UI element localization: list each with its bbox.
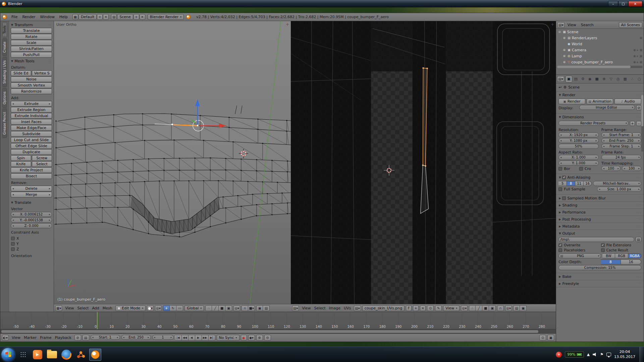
display-lock-button[interactable]: ⊘	[636, 105, 641, 110]
transport-button[interactable]: ◀	[189, 335, 195, 341]
aa-sample-button[interactable]: 8	[567, 181, 575, 186]
uv-display-dropdown[interactable]: View ▾	[443, 305, 460, 311]
aa-sample-button[interactable]: 5	[558, 181, 567, 186]
tool-button[interactable]: Extrude Region	[11, 107, 52, 113]
restrict-toggles[interactable]: ◉ ▸ ▣	[633, 54, 642, 58]
uv-vertex-select-button[interactable]: ∴	[469, 305, 476, 311]
panel-header[interactable]: ▶ Post Processing ∷∷	[558, 216, 641, 222]
properties-tab[interactable]: ▽	[608, 76, 614, 82]
menu-item[interactable]: View	[10, 336, 22, 340]
menu-item[interactable]: File	[9, 14, 20, 20]
show-desktop-button[interactable]	[640, 347, 643, 362]
toolshelf-tab[interactable]: Options	[2, 88, 7, 108]
tool-button[interactable]: Screw	[32, 155, 52, 161]
expander-icon[interactable]: ⊕	[562, 54, 566, 58]
panel-header[interactable]: ▶ Performance ∷∷	[558, 209, 641, 215]
resolution-y-field[interactable]: ◂Y: 1080 px▸	[558, 138, 598, 143]
tool-button[interactable]: Knife Project	[11, 167, 52, 173]
panel-header[interactable]: ▶ Bake ∷∷	[558, 274, 641, 280]
option-checkbox[interactable]: ✓	[558, 243, 562, 247]
lock-time-button[interactable]: ⊘	[74, 335, 81, 341]
network-icon[interactable]	[606, 353, 611, 356]
image-datablock-field[interactable]: coupe_skin_UVs.png	[362, 305, 405, 311]
uv-snap-button[interactable]: ∩	[497, 305, 504, 311]
output-panel-header[interactable]: ▼ Output ∷∷	[558, 230, 641, 236]
tool-button[interactable]: Loop Cut and Slide	[11, 137, 52, 143]
viewport-shading-dropdown[interactable]: ●▾	[147, 305, 154, 311]
axis-checkbox[interactable]	[11, 247, 15, 251]
transport-button[interactable]: ▶	[195, 335, 202, 341]
image-new-button[interactable]: +	[413, 305, 419, 311]
scene-dropdown[interactable]: Scene	[117, 14, 133, 20]
full-sample-checkbox[interactable]	[558, 187, 562, 191]
menu-item[interactable]: Frame	[38, 336, 53, 340]
menu-item[interactable]: Playback	[53, 336, 73, 340]
tool-button[interactable]: Rotate	[11, 34, 52, 40]
end-frame-field[interactable]: ◂End Fram: 250▸	[601, 138, 641, 143]
tool-button[interactable]: Randomize	[11, 88, 52, 94]
rotate-manipulator-button[interactable]: ↻	[170, 305, 176, 311]
frame-step-field[interactable]: ◂Frame Step: 1▸	[601, 144, 641, 149]
properties-scrollbar[interactable]	[641, 95, 643, 152]
option-checkbox[interactable]	[558, 248, 562, 252]
panel-header[interactable]: ▶ Shading ∷∷	[558, 202, 641, 208]
quick-launch-icon[interactable]	[17, 349, 29, 361]
properties-tab[interactable]: ∴	[629, 76, 636, 82]
axis-checkbox[interactable]	[11, 242, 15, 246]
toolshelf-tab[interactable]: Create	[2, 38, 7, 56]
scrollbar-thumb[interactable]	[641, 95, 643, 126]
face-select-button[interactable]: ■	[219, 305, 225, 311]
timeline-scrollbar[interactable]	[0, 329, 556, 334]
snap-element-dropdown[interactable]: ■▾	[248, 305, 255, 311]
expander-icon[interactable]: ⊕	[562, 36, 566, 40]
remove-menu[interactable]: ◂ Merge ▸	[11, 192, 52, 197]
transform-panel-header[interactable]: ▼ Transform ∷∷	[11, 22, 52, 28]
restrict-toggles[interactable]: ▣	[637, 36, 642, 40]
tool-button[interactable]: Slide Ed	[11, 70, 31, 76]
close-button[interactable]: ✕	[628, 1, 642, 7]
timeline-ruler[interactable]: -50-40-30-20-100102030405060708090100110…	[0, 312, 556, 329]
tool-button[interactable]: Push/Pull	[11, 52, 52, 58]
tool-button[interactable]: Spin	[11, 155, 31, 161]
tool-button[interactable]: Offset Edge Slide	[11, 143, 52, 149]
image-browse-dropdown[interactable]: ▤▾	[354, 305, 361, 311]
remove-menu[interactable]: ◂ Delete ▸	[11, 186, 52, 191]
properties-tab[interactable]: ▦	[622, 76, 629, 82]
pivot-dropdown[interactable]: ◎▾	[155, 305, 162, 311]
scrollbar-thumb[interactable]	[557, 66, 631, 68]
remap-new-field[interactable]: ◂100▸	[622, 166, 641, 171]
aa-sample-button[interactable]: 11	[575, 181, 584, 186]
start-frame-field[interactable]: ◂ Start: 1 ▸	[91, 335, 120, 340]
properties-tab[interactable]: ■	[594, 76, 600, 82]
transport-button[interactable]: |◀	[175, 335, 182, 341]
start-button[interactable]	[1, 348, 15, 361]
pin-button[interactable]: ⊙	[539, 335, 546, 341]
outliner-row[interactable]: ⊕ ▽ coupe_bumper_F_aero ◉ ▸ ▣	[556, 59, 644, 65]
uv-pivot-dropdown[interactable]: ◎▾	[461, 305, 468, 311]
outliner-row[interactable]: ⊕ ▤ RenderLayers ▣	[556, 35, 644, 41]
toolshelf-tab[interactable]: Grease Pencil	[2, 109, 7, 138]
menu-item[interactable]: Select	[313, 306, 327, 310]
tool-button[interactable]: Inset Faces	[11, 119, 52, 125]
opengl-render-button[interactable]: ▣	[256, 305, 263, 311]
tool-button[interactable]: Noise	[11, 76, 52, 82]
orientation-dropdown[interactable]: Global ▾	[184, 305, 204, 311]
opengl-anim-button[interactable]: ▤	[263, 305, 270, 311]
axis-checkbox[interactable]	[11, 237, 15, 240]
image-unlink-button[interactable]: ✕	[420, 305, 426, 311]
sampled-motion-blur-header[interactable]: ▶ Sampled Motion Blur ∷∷	[558, 195, 641, 201]
editor-type-button[interactable]: ◐▾	[2, 335, 9, 341]
delete-keyframe-button[interactable]: ⊖	[264, 335, 271, 341]
toolshelf-tab[interactable]: Tools	[2, 22, 7, 37]
expander-icon[interactable]: ⊖	[557, 30, 561, 34]
aa-sample-button[interactable]: 16	[584, 181, 592, 186]
render-action-button[interactable]: ▣Render	[558, 99, 585, 104]
tool-button[interactable]: Extrude Individual	[11, 113, 52, 119]
preview-range-button[interactable]: ▤	[83, 335, 89, 341]
transport-button[interactable]: ◀◀	[182, 335, 189, 341]
fake-user-button[interactable]: F	[406, 305, 412, 311]
menu-item[interactable]: View	[63, 306, 75, 310]
keying-set-dropdown[interactable]: ◆▾	[248, 335, 255, 341]
panel-header[interactable]: ▶ Freestyle ∷∷	[558, 281, 641, 287]
restrict-toggles[interactable]: ◉ ▸ ▣	[633, 48, 642, 52]
